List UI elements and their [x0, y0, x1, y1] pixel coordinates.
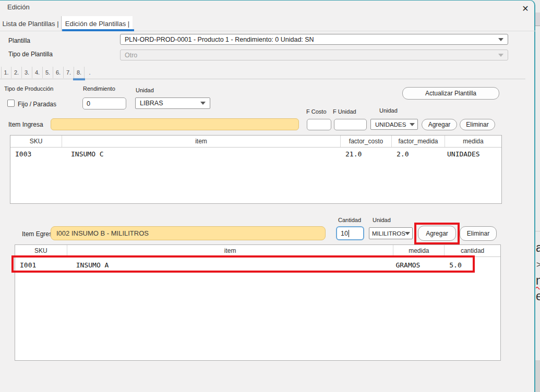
actualizar-plantilla-button[interactable]: Actualizar Plantilla	[402, 87, 499, 100]
unidad-ingresa-value: UNIDADES	[375, 121, 406, 128]
f-unidad-label: F Unidad	[333, 108, 356, 115]
rendimiento-input[interactable]: 0	[82, 97, 126, 109]
cell-cantidad: 5.0	[445, 261, 500, 269]
cantidad-label: Cantidad	[338, 217, 361, 223]
page-tab-2[interactable]: 2.	[11, 67, 22, 78]
cell-medida: GRAMOS	[393, 261, 445, 269]
column-header-cantidad[interactable]: cantidad	[445, 245, 500, 256]
page-tab-3[interactable]: 3.	[22, 67, 32, 78]
plantilla-label: Plantilla	[8, 37, 30, 44]
column-header-item[interactable]: item	[62, 136, 341, 147]
item-ingresa-input[interactable]	[51, 118, 299, 130]
unidad-produccion-value: LIBRAS	[140, 100, 163, 107]
cell-factor-medida: 2.0	[392, 150, 445, 158]
agregar-ingresa-button[interactable]: Agregar	[422, 119, 457, 130]
chevron-down-icon	[498, 54, 503, 57]
background-window-band	[535, 13, 540, 26]
column-header-medida[interactable]: medida	[393, 245, 445, 256]
cell-sku: I001	[15, 261, 67, 269]
item-egresa-input[interactable]: I002 INSUMO B - MILILITROS	[51, 226, 326, 240]
unidad-label: Unidad	[136, 87, 154, 93]
ingresa-table-header: SKU item factor_costo factor_medida medi…	[10, 136, 501, 148]
column-header-sku[interactable]: SKU	[15, 245, 67, 256]
cantidad-input[interactable]: 10	[336, 226, 364, 240]
unidad-egresa-label: Unidad	[373, 217, 391, 223]
close-icon[interactable]: ✕	[520, 3, 531, 14]
unidad-produccion-combobox[interactable]: LIBRAS	[135, 97, 210, 109]
column-header-factor-medida[interactable]: factor_medida	[392, 136, 445, 147]
background-text-fragment: a	[536, 242, 540, 254]
background-window-divider	[535, 231, 540, 231]
column-header-factor-costo[interactable]: factor_costo	[341, 136, 392, 147]
item-ingresa-label: Item Ingresa	[8, 121, 43, 128]
screen: a > n e Edición ✕ Lista de Plantillas | …	[0, 0, 540, 392]
section-divider	[0, 79, 525, 79]
rendimiento-label: Rendimiento	[83, 85, 115, 92]
page-tab-8[interactable]: 8.	[74, 67, 85, 78]
table-row[interactable]: I001 INSUMO A GRAMOS 5.0	[15, 260, 500, 270]
chevron-down-icon	[410, 123, 415, 126]
unidad-egresa-combobox[interactable]: MILILITROS	[369, 227, 413, 239]
page-tab-6[interactable]: 6.	[53, 67, 64, 78]
column-header-medida[interactable]: medida	[445, 136, 501, 147]
fijo-paradas-checkbox[interactable]	[7, 100, 15, 107]
page-tab-7[interactable]: 7.	[64, 67, 74, 78]
rendimiento-value: 0	[87, 100, 90, 107]
chevron-down-icon	[200, 102, 206, 105]
cell-item: INSUMO A	[67, 261, 394, 269]
f-costo-input[interactable]	[307, 119, 331, 130]
column-header-sku[interactable]: SKU	[10, 136, 62, 147]
chevron-down-icon	[498, 38, 503, 41]
tipo-plantilla-label: Tipo de Plantilla	[8, 51, 53, 58]
f-unidad-input[interactable]	[334, 119, 367, 130]
active-tab-underline	[62, 29, 134, 31]
unidad-ingresa-combobox[interactable]: UNIDADES	[370, 119, 418, 130]
table-row[interactable]: I003 INSUMO C 21.0 2.0 UNIDADES	[10, 149, 501, 159]
page-tab-1[interactable]: 1.	[1, 67, 11, 78]
background-text-fragment: >	[536, 260, 540, 269]
cantidad-value: 10	[341, 230, 348, 237]
cell-item: INSUMO C	[62, 150, 341, 158]
page-tab-extra[interactable]: .	[85, 67, 95, 78]
column-header-item[interactable]: item	[67, 245, 394, 256]
chevron-down-icon	[405, 232, 410, 235]
edicion-dialog: Edición ✕ Lista de Plantillas | Edición …	[0, 0, 535, 392]
page-tab-5[interactable]: 5.	[43, 67, 53, 78]
egresa-table-header: SKU item medida cantidad	[15, 245, 500, 257]
cell-medida: UNIDADES	[445, 150, 501, 158]
item-egresa-value: I002 INSUMO B - MILILITROS	[56, 229, 149, 237]
window-title: Edición	[7, 3, 30, 11]
background-text-fragment: e	[536, 290, 540, 302]
plantilla-combobox-value: PLN-ORD-PROD-0001 - Producto 1 - Rendimi…	[125, 36, 314, 43]
tab-lista-de-plantillas[interactable]: Lista de Plantillas |	[0, 16, 62, 31]
cell-sku: I003	[10, 150, 62, 158]
ingresa-table[interactable]: SKU item factor_costo factor_medida medi…	[10, 135, 502, 204]
plantilla-combobox[interactable]: PLN-ORD-PROD-0001 - Producto 1 - Rendimi…	[120, 34, 508, 45]
fijo-paradas-label: Fijo / Paradas	[18, 101, 56, 108]
eliminar-ingresa-button[interactable]: Eliminar	[460, 119, 495, 130]
unidad-egresa-value: MILILITROS	[372, 230, 405, 237]
page-number-tabs: 1. 2. 3. 4. 5. 6. 7. 8. .	[1, 67, 95, 78]
agregar-egresa-button[interactable]: Agregar	[418, 226, 456, 241]
eliminar-egresa-button[interactable]: Eliminar	[460, 226, 497, 241]
tipo-plantilla-combobox: Otro	[120, 50, 508, 60]
text-cursor	[349, 230, 349, 237]
tipo-plantilla-combobox-value: Otro	[125, 52, 137, 59]
egresa-table[interactable]: SKU item medida cantidad I001 INSUMO A G…	[15, 244, 501, 361]
background-text-fragment: n	[536, 275, 540, 287]
cell-factor-costo: 21.0	[341, 150, 392, 158]
background-window-band-bottom	[535, 360, 540, 392]
unidad-ingresa-label: Unidad	[379, 107, 398, 114]
f-costo-label: F Costo	[306, 108, 327, 115]
tipo-produccion-label: Tipo de Producción	[4, 85, 53, 92]
page-tab-4[interactable]: 4.	[32, 67, 43, 78]
